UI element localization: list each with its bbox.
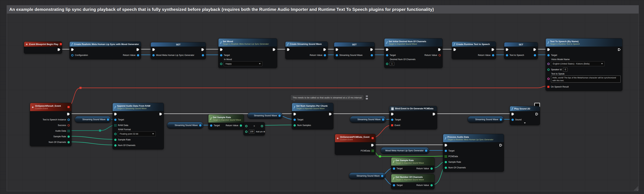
node-process-audio-data[interactable]: ƒ Process Audio Data Target is Realistic… [443,134,504,172]
configuration-pin[interactable] [71,54,74,56]
exec-out-pin[interactable] [492,48,494,51]
node-get-sample-rate-2[interactable]: ƒ Get Sample Rate Target is Imported Sou… [391,157,434,172]
node-set-tts-var[interactable]: SET Text to Speech [504,42,538,59]
divide-output-pin[interactable] [261,125,263,127]
target-pin[interactable] [220,54,222,56]
tts-instance-pin[interactable] [68,118,70,121]
exec-in-pin[interactable] [71,48,74,51]
var-mood-generator[interactable]: Mood Meta Human Lip Sync Generator [380,147,429,154]
desired-channels-input[interactable]: 1 [390,62,394,66]
var-out-pin[interactable] [381,175,383,177]
exec-out-pin[interactable] [329,113,332,116]
exec-in-pin[interactable] [152,48,155,51]
speaker-id-input[interactable]: 0 [563,68,568,72]
divide-input-b-pin[interactable] [245,130,248,133]
exec-in-pin[interactable] [114,113,117,116]
exec-in-pin[interactable] [512,113,514,116]
exec-in-pin[interactable] [506,48,508,51]
divide-value-input[interactable]: 100 [249,130,254,134]
var-out-pin[interactable] [425,150,427,152]
value-in-pin[interactable] [506,54,508,56]
sound-pin[interactable] [512,118,514,121]
text-to-speak-input[interactable]: Hello, world! The lips of the MetaHuman … [551,76,620,82]
value-out-pin[interactable] [534,54,536,56]
var-out-pin[interactable] [382,118,384,121]
var-streaming-sound-wave[interactable]: Streaming Sound Wave [167,122,203,129]
num-channels-pin[interactable] [445,166,447,169]
exec-out-pin[interactable] [371,144,374,146]
var-out-pin[interactable] [107,118,109,121]
exec-in-pin[interactable] [547,48,550,51]
node-set-mood[interactable]: ƒ Set Mood Target is Realistic Meta Huma… [218,38,277,68]
node-create-streaming-sound-wave[interactable]: ƒ Create Streaming Sound Wave Return Val… [285,42,328,59]
node-text-to-speech[interactable]: ƒ Text To Speech (By Name) Target is Run… [546,38,622,91]
value-out-pin[interactable] [202,54,204,56]
blueprint-graph[interactable]: An example demonstrating lip sync during… [0,0,644,194]
return-value-pin[interactable] [492,54,494,56]
exec-in-pin[interactable] [287,48,290,51]
exec-out-pin[interactable] [160,113,162,116]
num-samples-pin[interactable] [294,124,296,126]
return-value-pin[interactable] [137,54,139,56]
var-streaming-sound-wave[interactable]: Streaming Sound Wave [248,112,283,119]
sample-rate-pin[interactable] [114,139,116,141]
exec-in-pin[interactable] [336,48,338,51]
node-on-speech-result-event[interactable]: ◈ OnSpeechResult_Event Custom Event Text… [30,103,72,146]
target-pin[interactable] [210,124,212,127]
return-value-pin[interactable] [438,54,441,56]
exec-in-pin[interactable] [220,48,223,51]
num-channels-pin[interactable] [68,141,70,144]
in-mood-pin[interactable] [220,63,222,65]
exec-in-pin[interactable] [294,113,296,116]
delegate-pin[interactable] [68,106,70,108]
voice-model-dropdown[interactable]: English (United States) - Kokoro (Bella) [551,61,605,66]
node-create-runtime-tts[interactable]: ƒ Create Runtime Text to Speech Return V… [452,42,496,59]
exec-out-pin[interactable] [370,48,373,51]
mood-dropdown[interactable]: Happy [224,61,262,66]
bubble-pin-icon[interactable] [365,95,369,100]
exec-out-pin[interactable] [273,48,276,51]
node-bind-event-pcmdata[interactable]: Bind Event to On Generate PCMData Target… [389,106,437,129]
divide-input-a-pin[interactable] [245,125,248,127]
value-in-pin[interactable] [336,54,338,56]
on-speech-result-pin[interactable] [547,86,550,88]
return-value-pin[interactable] [324,54,326,56]
exec-in-pin[interactable] [391,113,394,116]
desired-channels-pin[interactable] [386,63,388,65]
raw-data-pin[interactable] [114,124,116,126]
voice-model-pin[interactable] [547,63,550,65]
audio-data-pin[interactable] [68,130,70,132]
exec-out-pin[interactable] [202,48,204,51]
value-in-pin[interactable] [152,54,155,56]
comment-resize-handle[interactable] [634,186,638,191]
node-set-initial-channels[interactable]: ƒ Set Initial Desired Num Of Channels Ta… [384,38,442,68]
node-event-begin-play[interactable]: ◈ Event Blueprint Begin Play [24,42,62,54]
target-pin[interactable] [391,118,393,121]
exec-out-pin[interactable] [433,113,435,116]
node-divide[interactable]: ÷ 100 Add pin ⊕ [244,122,265,136]
target-pin[interactable] [393,168,395,170]
return-value-pin[interactable] [240,124,242,127]
target-pin[interactable] [445,150,447,152]
exec-in-pin[interactable] [386,48,388,51]
delegate-pin[interactable] [372,137,374,139]
var-streaming-sound-wave[interactable]: Streaming Sound Wave [349,172,385,179]
event-pin[interactable] [391,124,393,126]
node-on-generate-pcmdata-event[interactable]: ◈ OnGeneratePCMData_Event Custom Event P… [335,134,376,155]
exec-out-pin[interactable] [500,144,502,146]
node-play-sound-2d[interactable]: ƒ Play Sound 2D Sound [510,106,540,125]
node-set-mood-generator-var[interactable]: SET Mood Meta Human Lip Sync Generator [151,42,206,59]
success-pin[interactable] [68,124,70,126]
target-pin[interactable] [547,54,550,56]
exec-in-pin[interactable] [454,48,456,51]
delegate-pin[interactable] [60,43,62,45]
target-pin[interactable] [393,184,395,186]
sample-rate-pin[interactable] [445,161,447,163]
exec-in-pin[interactable] [445,144,447,146]
node-get-sample-rate[interactable]: ƒ Get Sample Rate Target is Imported Sou… [208,114,244,130]
raw-format-dropdown[interactable]: Floating point 32-bit [118,132,156,136]
exec-out-pin[interactable] [438,48,441,51]
exec-out-pin[interactable] [536,113,538,116]
var-streaming-sound-wave[interactable]: Streaming Sound Wave [468,116,504,123]
exec-out-pin[interactable] [534,48,536,51]
